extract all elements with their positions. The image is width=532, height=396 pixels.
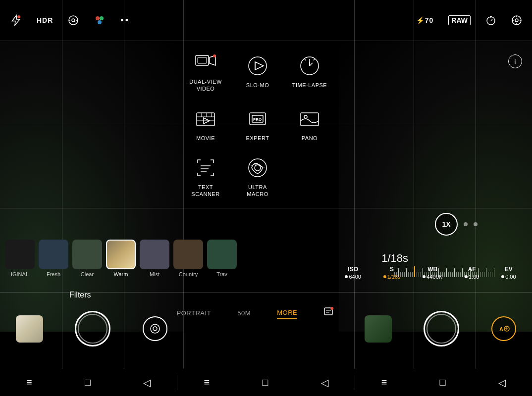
nav-menu-left[interactable]: ≡ — [22, 373, 36, 392]
timer-icon[interactable] — [485, 15, 496, 26]
color-icon[interactable] — [94, 14, 106, 26]
right-shutter-area: A — [349, 311, 532, 346]
mode-menu-overlay: DUAL-VIEWVIDEO SLO-MO — [176, 40, 339, 208]
filter-item-original[interactable]: IGINAL — [5, 240, 35, 277]
svg-text:PRO: PRO — [253, 117, 262, 122]
filter-item-warm[interactable]: Warm — [106, 240, 136, 277]
zoom-button[interactable]: 1X — [435, 213, 458, 236]
mode-item-slo-mo[interactable]: SLO-MO — [233, 45, 282, 99]
filter-fresh-label: Fresh — [47, 271, 60, 277]
svg-rect-31 — [197, 113, 214, 126]
svg-line-30 — [314, 59, 315, 60]
svg-line-11 — [491, 19, 492, 21]
settings-icon[interactable] — [511, 15, 522, 26]
svg-line-29 — [305, 59, 306, 60]
top-toolbar-right: ⚡70 RAW — [266, 15, 522, 26]
filter-item-clear[interactable]: Clear — [72, 240, 102, 277]
nav-home-right[interactable]: □ — [436, 373, 450, 392]
filter-scroll: IGINAL Fresh Clear Warm Mist Country Tra… — [0, 240, 267, 277]
zoom-dot-1 — [464, 222, 468, 226]
left-mode-switch[interactable] — [143, 316, 167, 341]
mode-item-expert[interactable]: PRO EXPERT — [233, 101, 282, 148]
nav-back-left[interactable]: ◁ — [139, 373, 155, 393]
nav-home-center[interactable]: □ — [258, 373, 272, 392]
mode-item-text-scanner[interactable]: TEXTSCANNER — [181, 150, 230, 204]
slo-mo-icon — [246, 54, 269, 78]
filter-warm-label: Warm — [114, 271, 128, 277]
nav-bar: ≡ □ ◁ ≡ □ ◁ ≡ □ ◁ — [0, 369, 532, 396]
right-controls: i — [508, 40, 522, 68]
left-camera-view — [0, 41, 183, 332]
dual-view-video-icon — [194, 50, 217, 74]
svg-point-2 — [72, 19, 75, 22]
nav-back-right[interactable]: ◁ — [494, 373, 510, 393]
pano-icon — [298, 107, 321, 131]
expert-label: EXPERT — [246, 135, 269, 142]
top-toolbar-left: HDR •• — [10, 14, 266, 26]
movie-icon — [194, 107, 217, 131]
filter-clear-label: Clear — [81, 271, 94, 277]
filter-item-country[interactable]: Country — [173, 240, 203, 277]
time-lapse-icon — [298, 54, 321, 78]
svg-marker-23 — [255, 62, 264, 70]
expert-icon: PRO — [246, 107, 269, 131]
text-scanner-icon — [194, 156, 217, 180]
svg-point-5 — [96, 16, 100, 20]
mode-item-time-lapse[interactable]: TIME-LAPSE — [285, 45, 334, 99]
filter-trav-label: Trav — [216, 271, 227, 277]
svg-point-52 — [151, 324, 160, 333]
svg-point-53 — [153, 327, 157, 331]
zoom-dot-2 — [474, 222, 478, 226]
zoom-value: 1X — [442, 220, 450, 228]
svg-point-21 — [213, 54, 216, 57]
nav-menu-center[interactable]: ≡ — [200, 373, 213, 392]
iso-value: 6400 — [345, 274, 361, 280]
left-gallery-thumb[interactable] — [16, 315, 43, 343]
nav-section-center: ≡ □ ◁ — [177, 373, 354, 393]
nav-back-center[interactable]: ◁ — [317, 373, 332, 393]
svg-point-6 — [100, 16, 104, 20]
tab-more[interactable]: MORE — [277, 307, 297, 319]
raw-badge[interactable]: RAW — [448, 15, 471, 25]
mode-menu-grid: DUAL-VIEWVIDEO SLO-MO — [181, 45, 334, 203]
mode-item-pano[interactable]: PANO — [285, 101, 334, 148]
nav-section-left: ≡ □ ◁ — [0, 373, 177, 393]
level-icon[interactable] — [68, 15, 79, 26]
pano-label: PANO — [302, 135, 318, 142]
mode-item-dual-view-video[interactable]: DUAL-VIEWVIDEO — [181, 45, 230, 99]
ai-button[interactable]: A — [491, 316, 516, 341]
mode-item-ultra-macro[interactable]: ULTRAMACRO — [233, 150, 282, 204]
nav-home-left[interactable]: □ — [81, 373, 95, 392]
filter-item-fresh[interactable]: Fresh — [39, 240, 68, 277]
edit-icon[interactable] — [323, 307, 333, 319]
svg-point-13 — [515, 19, 518, 22]
text-scanner-label: TEXTSCANNER — [191, 184, 219, 198]
flash-value[interactable]: ⚡70 — [416, 16, 434, 24]
more-icon[interactable]: •• — [120, 15, 130, 26]
manual-iso[interactable]: ISO 6400 — [345, 266, 361, 280]
filter-mist-label: Mist — [150, 271, 160, 277]
info-button[interactable]: i — [508, 54, 522, 68]
time-lapse-label: TIME-LAPSE — [292, 82, 327, 89]
mode-tabs: PORTRAIT 50M MORE — [163, 307, 347, 319]
filter-original-label: IGINAL — [11, 271, 29, 277]
iso-label: ISO — [348, 266, 358, 273]
right-shutter-button[interactable] — [424, 311, 459, 346]
ultra-macro-icon — [246, 156, 269, 180]
filter-item-mist[interactable]: Mist — [140, 240, 169, 277]
mode-item-movie[interactable]: MOVIE — [181, 101, 230, 148]
left-shutter-area — [0, 311, 183, 346]
nav-menu-right[interactable]: ≡ — [377, 373, 391, 392]
left-shutter-button[interactable] — [75, 311, 110, 346]
tab-50m[interactable]: 50M — [237, 307, 251, 319]
filter-item-trav[interactable]: Trav — [207, 240, 237, 277]
filter-country-label: Country — [179, 271, 198, 277]
svg-point-7 — [98, 20, 102, 24]
hdr-label[interactable]: HDR — [37, 16, 53, 24]
svg-point-42 — [304, 115, 307, 118]
speed-dial[interactable] — [362, 262, 527, 277]
right-gallery-thumb[interactable] — [365, 315, 392, 343]
svg-point-47 — [255, 165, 261, 171]
filters-label: Filters — [69, 291, 91, 299]
flash-icon[interactable] — [10, 14, 22, 26]
